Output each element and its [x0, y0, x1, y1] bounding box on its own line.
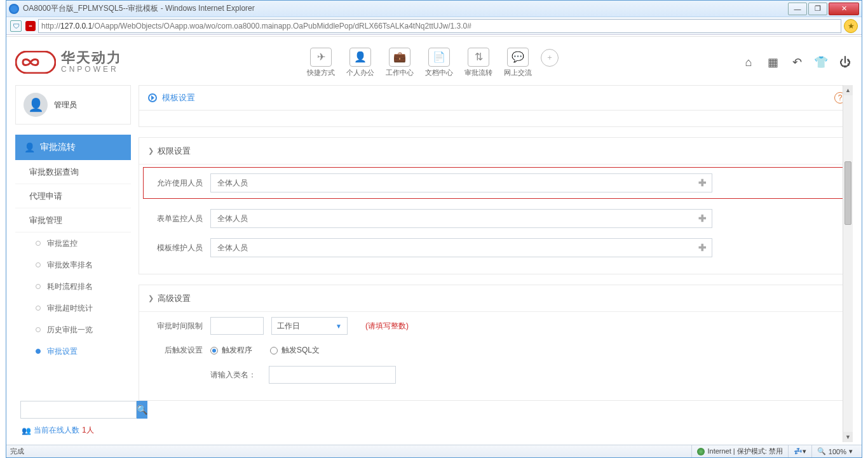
- url-prefix: http://: [41, 22, 60, 30]
- globe-icon: [697, 448, 705, 455]
- page: 华天动力 CNPOWER ✈快捷方式 👤个人办公 💼工作中心 📄文档中心 ⇅审批…: [6, 36, 862, 445]
- class-name-row: 请输入类名：: [139, 361, 852, 389]
- sidebar-sub-eff-rank[interactable]: 审批效率排名: [15, 254, 131, 276]
- trigger-label: 后触发设置: [148, 345, 203, 356]
- nav-personal[interactable]: 👤个人办公: [344, 48, 377, 77]
- url-path: /OAapp/WebObjects/OAapp.woa/wo/com.oa800…: [92, 22, 471, 30]
- apps-icon[interactable]: ▦: [765, 55, 780, 70]
- status-mode: Internet | 保护模式: 禁用: [691, 445, 787, 457]
- permission-section-title[interactable]: ❯ 权限设置: [139, 138, 852, 165]
- nav-label: 快捷方式: [307, 69, 335, 76]
- radio-dot-icon: [210, 347, 218, 354]
- search-input[interactable]: [20, 401, 137, 419]
- monitor-user-label: 表单监控人员: [148, 213, 203, 224]
- online-count[interactable]: 👥 当前在线人数 1人: [15, 421, 131, 442]
- home-icon[interactable]: ⌂: [741, 55, 756, 70]
- nav-approval[interactable]: ⇅审批流转: [462, 48, 495, 77]
- maintain-user-row: 模板维护人员 全体人员 ✚: [139, 233, 852, 262]
- chat-icon: 💬: [507, 48, 529, 67]
- nav-doc[interactable]: 📄文档中心: [423, 48, 456, 77]
- shirt-icon[interactable]: 👕: [813, 55, 829, 70]
- user-card: 👤 管理员: [15, 85, 131, 125]
- sidebar-sub-time-rank[interactable]: 耗时流程排名: [15, 276, 131, 297]
- close-button[interactable]: ✕: [829, 3, 859, 15]
- status-bar: 完成 Internet | 保护模式: 禁用 💤▾ 🔍 100% ▾: [6, 445, 862, 457]
- sidebar-sub-settings[interactable]: 审批设置: [15, 340, 131, 362]
- nav-label: 网上交流: [504, 69, 532, 76]
- url-input[interactable]: http://127.0.0.1/OAapp/WebObjects/OAapp.…: [38, 19, 841, 33]
- briefcase-icon: 💼: [389, 48, 410, 67]
- nav-label: 工作中心: [386, 69, 414, 76]
- window-buttons: — ❐ ✕: [787, 3, 859, 15]
- status-done: 完成: [10, 447, 24, 456]
- advanced-section-title[interactable]: ❯ 高级设置: [139, 285, 852, 312]
- time-limit-row: 审批时间限制 工作日 ▼ (请填写整数): [139, 312, 852, 340]
- security-shield-icon[interactable]: 🛡: [10, 20, 22, 32]
- scroll-thumb[interactable]: [844, 161, 851, 225]
- brand-logo: 华天动力 CNPOWER: [15, 51, 122, 74]
- nav-add-button[interactable]: ＋: [541, 49, 559, 67]
- section-title-text: 高级设置: [158, 293, 191, 304]
- scroll-down-icon[interactable]: ▼: [843, 432, 853, 442]
- time-unit-select[interactable]: 工作日 ▼: [271, 317, 348, 335]
- online-number: 1人: [82, 425, 94, 436]
- radio-trigger-program[interactable]: 触发程序: [210, 345, 252, 356]
- sidebar-sub-timeout-stat[interactable]: 审批超时统计: [15, 297, 131, 319]
- sidebar-head[interactable]: 👤 审批流转: [15, 135, 131, 160]
- flow-icon: ⇅: [468, 48, 489, 67]
- maintain-user-picker[interactable]: 全体人员 ✚: [210, 238, 712, 257]
- favorites-icon[interactable]: ★: [844, 19, 858, 33]
- radio-dot-icon: [270, 347, 278, 354]
- nav-work[interactable]: 💼工作中心: [383, 48, 416, 77]
- person-icon: 👤: [349, 48, 371, 67]
- scrollbar[interactable]: ▲ ▼: [843, 85, 853, 442]
- monitor-user-value: 全体人员: [217, 213, 248, 224]
- chevron-right-icon: ❯: [148, 294, 154, 302]
- sidebar-item-approve-manage[interactable]: 审批管理: [15, 208, 131, 232]
- power-icon[interactable]: ⏻: [837, 55, 853, 70]
- time-limit-input[interactable]: [210, 317, 264, 335]
- add-icon[interactable]: ✚: [698, 177, 707, 189]
- brand-name: 华天动力: [61, 51, 122, 65]
- top-bar: 华天动力 CNPOWER ✈快捷方式 👤个人办公 💼工作中心 📄文档中心 ⇅审批…: [15, 43, 853, 81]
- time-limit-label: 审批时间限制: [148, 321, 203, 332]
- radio-trigger-sql[interactable]: 触发SQL文: [270, 345, 320, 356]
- user-name: 管理员: [54, 100, 77, 111]
- class-name-input[interactable]: [269, 366, 396, 384]
- allow-user-value: 全体人员: [217, 178, 248, 189]
- minimize-button[interactable]: —: [788, 3, 807, 15]
- allow-user-picker[interactable]: 全体人员 ✚: [210, 173, 712, 192]
- nav-label: 个人办公: [346, 69, 374, 76]
- trigger-row: 后触发设置 触发程序 触发SQL文: [139, 340, 852, 361]
- panel-toolbar: [139, 111, 853, 127]
- sidebar-search: 🔍: [15, 396, 131, 421]
- logo-mark-icon: [15, 51, 56, 74]
- scroll-up-icon[interactable]: ▲: [843, 85, 853, 95]
- zoom-value: 100%: [829, 448, 846, 455]
- sidebar-sub-monitor[interactable]: 审批监控: [15, 232, 131, 254]
- nav-shortcut[interactable]: ✈快捷方式: [304, 48, 337, 77]
- svg-rect-0: [16, 51, 55, 73]
- zoom-control[interactable]: 🔍 100% ▾: [811, 445, 858, 457]
- maintain-user-value: 全体人员: [217, 243, 248, 253]
- status-protected-off-icon[interactable]: 💤▾: [788, 445, 811, 457]
- add-icon[interactable]: ✚: [698, 242, 707, 253]
- url-host: 127.0.0.1: [60, 22, 92, 30]
- main: 模板设置 ? ❯ 权限设置 允许使用人员 全体人员 ✚: [139, 85, 853, 442]
- sidebar-item-proxy-apply[interactable]: 代理申请: [15, 184, 131, 208]
- brand-sub: CNPOWER: [61, 65, 122, 74]
- sidebar: 👤 管理员 👤 审批流转 审批数据查询 代理申请 审批管理 审批监控 审批效率排…: [15, 85, 131, 442]
- advanced-section: ❯ 高级设置 审批时间限制 工作日 ▼ (请填写整数) 后触发设置: [139, 285, 853, 401]
- nav-label: 文档中心: [425, 69, 453, 76]
- nav-chat[interactable]: 💬网上交流: [501, 48, 534, 77]
- monitor-user-picker[interactable]: 全体人员 ✚: [210, 209, 712, 228]
- document-icon: 📄: [428, 48, 450, 67]
- sidebar-item-data-query[interactable]: 审批数据查询: [15, 160, 131, 184]
- panel-head: 模板设置 ?: [139, 85, 853, 111]
- maximize-button[interactable]: ❐: [808, 3, 827, 15]
- add-icon[interactable]: ✚: [698, 213, 707, 224]
- reply-icon[interactable]: ↶: [789, 55, 804, 70]
- sidebar-sub-history[interactable]: 历史审批一览: [15, 319, 131, 340]
- ie-icon: [9, 4, 19, 14]
- paper-plane-icon: ✈: [310, 48, 332, 67]
